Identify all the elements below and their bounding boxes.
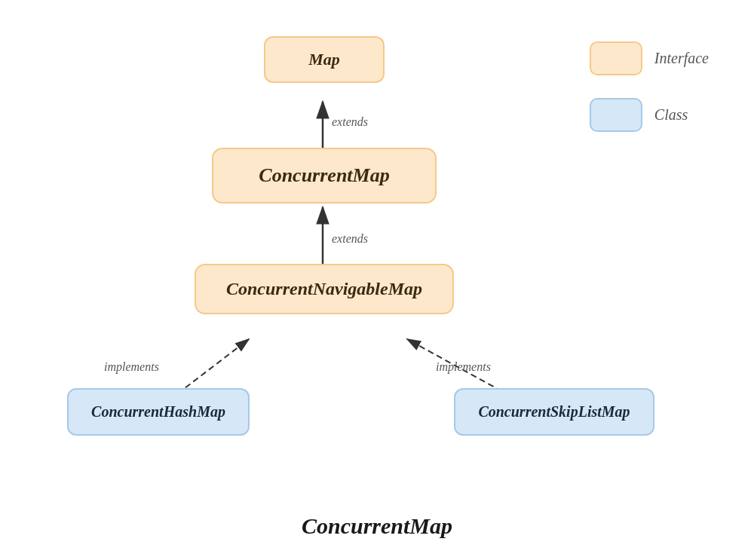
extends-text-2: extends [332, 232, 368, 245]
concurrent-hash-map-label: ConcurrentHashMap [91, 403, 225, 420]
legend-class-label: Class [654, 106, 688, 124]
legend-interface-label: Interface [654, 50, 709, 67]
concurrent-navigable-map-label: ConcurrentNavigableMap [226, 279, 422, 298]
diagram-container: Map extends ConcurrentMap extends Concur… [0, 0, 754, 560]
concurrent-map-node: ConcurrentMap [212, 148, 436, 203]
map-label: Map [308, 50, 340, 69]
legend-class-box [590, 98, 642, 132]
legend-class-item: Class [590, 98, 709, 132]
legend-interface-box [590, 41, 642, 75]
implements-text-left: implements [104, 360, 159, 373]
diagram-title: ConcurrentMap [0, 513, 754, 539]
implements-text-right: implements [436, 360, 491, 373]
concurrent-skip-list-map-label: ConcurrentSkipListMap [478, 403, 630, 420]
concurrent-skip-list-map-node: ConcurrentSkipListMap [454, 388, 654, 436]
legend: Interface Class [590, 41, 709, 132]
extends-text-1: extends [332, 115, 368, 128]
map-node: Map [264, 36, 385, 83]
concurrent-navigable-map-node: ConcurrentNavigableMap [195, 264, 454, 314]
title-label: ConcurrentMap [302, 513, 452, 538]
extends-label-1: extends [332, 115, 368, 129]
legend-interface-item: Interface [590, 41, 709, 75]
concurrent-map-label: ConcurrentMap [259, 164, 389, 186]
implements-label-left: implements [104, 360, 159, 374]
implements-label-right: implements [436, 360, 491, 374]
extends-label-2: extends [332, 232, 368, 246]
concurrent-hash-map-node: ConcurrentHashMap [67, 388, 250, 436]
